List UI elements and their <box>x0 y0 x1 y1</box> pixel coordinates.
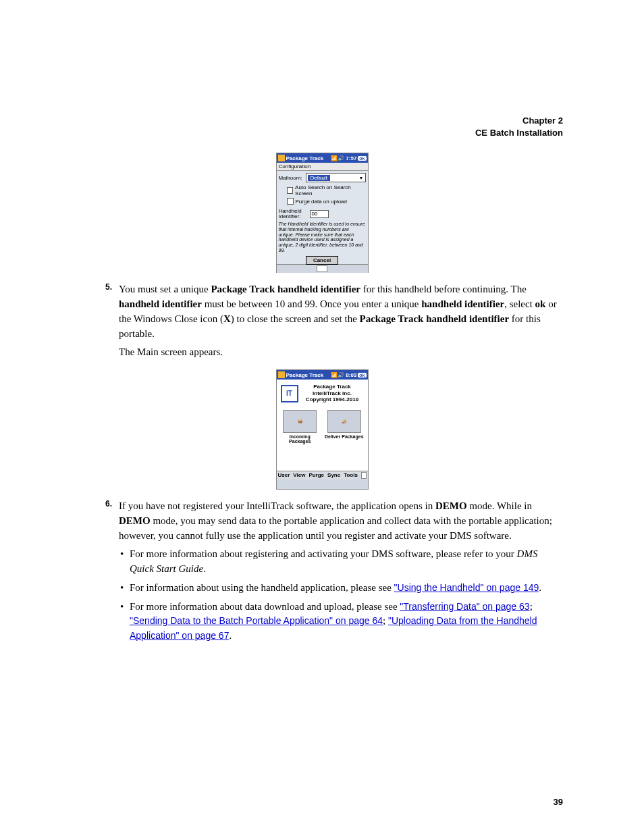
status-time: 📶🔊 7:57 <box>331 155 356 161</box>
purge-label: Purge data on upload <box>296 199 348 205</box>
bullet-1: For more information about registering a… <box>119 547 563 577</box>
screenshot-main: Package Track 📶🔊 8:03 ok IT Package Trac… <box>276 369 369 490</box>
mailroom-value: Default <box>308 175 330 181</box>
menu-bar: User View Purge Sync Tools <box>277 471 368 479</box>
step-6: 6. If you have not registered your Intel… <box>95 499 563 648</box>
titlebar: Package Track 📶🔊 8:03 ok <box>277 370 368 380</box>
header-title: CE Batch Installation <box>81 127 563 139</box>
auto-search-label: Auto Search on Search Screen <box>295 184 365 197</box>
menu-sync[interactable]: Sync <box>327 472 340 479</box>
keyboard-icon[interactable] <box>317 265 327 272</box>
step5-paragraph-2: The Main screen appears. <box>119 345 563 360</box>
link-using-handheld[interactable]: "Using the Handheld" on page 149 <box>394 582 539 593</box>
link-transferring-data[interactable]: "Transferring Data" on page 63 <box>400 601 529 612</box>
auto-search-checkbox[interactable]: Auto Search on Search Screen <box>287 184 366 197</box>
incoming-icon: 📦 <box>283 410 317 433</box>
menu-view[interactable]: View <box>293 472 305 479</box>
titlebar: Package Track 📶🔊 7:57 ok <box>277 153 368 163</box>
header-chapter: Chapter 2 <box>81 115 563 127</box>
config-body: Mailroom: Default ▼ Auto Search on Searc… <box>277 171 368 264</box>
deliver-icon: 🚚 <box>327 410 361 433</box>
ok-button[interactable]: ok <box>358 373 366 377</box>
status-time: 📶🔊 8:03 <box>331 372 356 378</box>
step-number: 5. <box>95 282 119 364</box>
menu-tools[interactable]: Tools <box>344 472 358 479</box>
sip-bar <box>277 264 368 273</box>
step6-paragraph: If you have not registered your IntelliT… <box>119 499 563 543</box>
about-text: Package Track IntelliTrack Inc. Copyrigh… <box>301 384 364 403</box>
link-sending-data[interactable]: "Sending Data to the Batch Portable Appl… <box>130 615 383 626</box>
hh-label: Handheld Identifier: <box>279 209 310 219</box>
step-5: 5. You must set a unique Package Track h… <box>95 282 563 364</box>
checkbox-icon <box>287 187 294 194</box>
page-header: Chapter 2 CE Batch Installation <box>81 115 563 139</box>
logo-icon: IT <box>281 385 298 402</box>
hh-note: The Handheld Identifier is used to ensur… <box>279 221 366 253</box>
page: Chapter 2 CE Batch Installation Package … <box>0 0 644 834</box>
keyboard-icon[interactable] <box>361 472 367 479</box>
app-icon <box>278 155 285 161</box>
checkbox-icon <box>287 198 294 205</box>
page-number: 39 <box>554 797 563 807</box>
chevron-down-icon: ▼ <box>359 176 364 180</box>
incoming-packages-button[interactable]: 📦 Incoming Packages <box>280 410 319 444</box>
mailroom-select[interactable]: Default ▼ <box>306 173 366 182</box>
screen-subtitle: Configuration <box>277 163 368 171</box>
menu-user[interactable]: User <box>278 472 290 479</box>
about-box: IT Package Track IntelliTrack Inc. Copyr… <box>277 380 368 407</box>
menu-purge[interactable]: Purge <box>308 472 324 479</box>
step5-paragraph-1: You must set a unique Package Track hand… <box>119 282 563 341</box>
step-number: 6. <box>95 499 119 648</box>
bullet-2: For information about using the handheld… <box>119 581 563 596</box>
bullet-3: For more information about data download… <box>119 600 563 644</box>
main-body: IT Package Track IntelliTrack Inc. Copyr… <box>277 380 368 479</box>
ok-button[interactable]: ok <box>358 156 366 161</box>
screenshot-configuration: Package Track 📶🔊 7:57 ok Configuration M… <box>276 153 369 273</box>
app-title: Package Track <box>286 155 324 161</box>
mailroom-label: Mailroom: <box>279 175 306 181</box>
deliver-packages-button[interactable]: 🚚 Deliver Packages <box>325 410 364 444</box>
app-title: Package Track <box>286 372 324 378</box>
cancel-button[interactable]: Cancel <box>306 256 338 265</box>
hh-input[interactable]: 00 <box>310 210 329 218</box>
purge-checkbox[interactable]: Purge data on upload <box>287 198 366 205</box>
app-icon <box>278 371 285 378</box>
